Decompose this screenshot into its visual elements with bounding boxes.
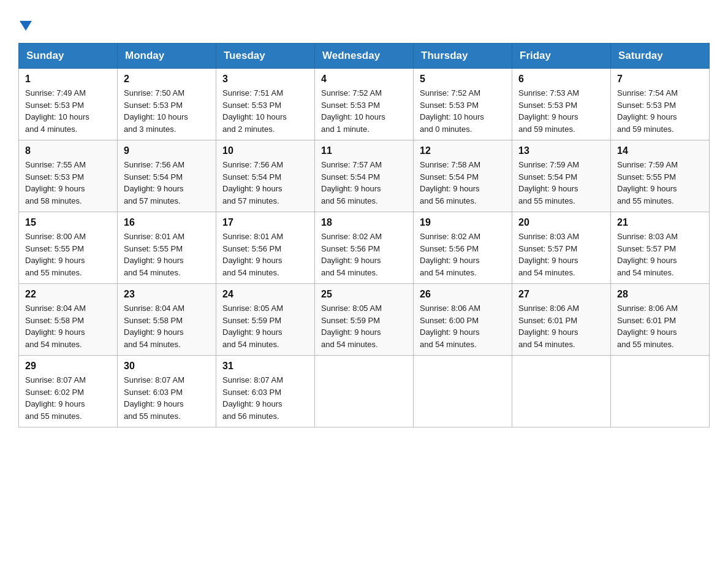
day-number: 22 (25, 289, 111, 300)
calendar-week-row: 22Sunrise: 8:04 AMSunset: 5:58 PMDayligh… (19, 284, 710, 356)
day-number: 5 (420, 74, 506, 85)
day-info: Sunrise: 8:03 AMSunset: 5:57 PMDaylight:… (617, 231, 703, 278)
day-info: Sunrise: 7:52 AMSunset: 5:53 PMDaylight:… (420, 87, 506, 135)
day-number: 24 (222, 289, 308, 300)
day-number: 11 (321, 145, 407, 156)
day-number: 29 (25, 361, 111, 372)
day-number: 7 (617, 74, 703, 85)
day-number: 9 (124, 145, 210, 156)
table-row (512, 356, 611, 427)
table-row (414, 356, 512, 427)
day-number: 31 (222, 361, 308, 372)
day-number: 3 (222, 74, 308, 85)
table-row: 15Sunrise: 8:00 AMSunset: 5:55 PMDayligh… (19, 212, 118, 284)
day-number: 2 (124, 74, 210, 85)
table-row: 4Sunrise: 7:52 AMSunset: 5:53 PMDaylight… (315, 69, 414, 140)
calendar-table: Sunday Monday Tuesday Wednesday Thursday… (18, 43, 710, 427)
calendar-week-row: 1Sunrise: 7:49 AMSunset: 5:53 PMDaylight… (19, 69, 710, 140)
table-row: 23Sunrise: 8:04 AMSunset: 5:58 PMDayligh… (118, 284, 216, 356)
day-number: 1 (25, 74, 111, 85)
table-row: 25Sunrise: 8:05 AMSunset: 5:59 PMDayligh… (315, 284, 414, 356)
day-info: Sunrise: 7:51 AMSunset: 5:53 PMDaylight:… (222, 87, 308, 135)
table-row (315, 356, 414, 427)
day-info: Sunrise: 8:00 AMSunset: 5:55 PMDaylight:… (25, 231, 111, 278)
day-info: Sunrise: 8:04 AMSunset: 5:58 PMDaylight:… (25, 302, 111, 350)
table-row: 12Sunrise: 7:58 AMSunset: 5:54 PMDayligh… (414, 140, 512, 212)
day-number: 17 (222, 217, 308, 228)
table-row: 2Sunrise: 7:50 AMSunset: 5:53 PMDaylight… (118, 69, 216, 140)
page-header (18, 18, 710, 31)
day-info: Sunrise: 8:07 AMSunset: 6:02 PMDaylight:… (25, 374, 111, 422)
day-number: 23 (124, 289, 210, 300)
day-info: Sunrise: 7:56 AMSunset: 5:54 PMDaylight:… (222, 159, 308, 207)
day-number: 30 (124, 361, 210, 372)
day-info: Sunrise: 7:56 AMSunset: 5:54 PMDaylight:… (124, 159, 210, 207)
table-row (611, 356, 710, 427)
day-info: Sunrise: 7:59 AMSunset: 5:55 PMDaylight:… (617, 159, 703, 207)
day-number: 19 (420, 217, 506, 228)
day-info: Sunrise: 8:05 AMSunset: 5:59 PMDaylight:… (222, 302, 308, 350)
day-info: Sunrise: 8:02 AMSunset: 5:56 PMDaylight:… (420, 231, 506, 278)
day-number: 8 (25, 145, 111, 156)
day-info: Sunrise: 8:02 AMSunset: 5:56 PMDaylight:… (321, 231, 407, 278)
table-row: 27Sunrise: 8:06 AMSunset: 6:01 PMDayligh… (512, 284, 611, 356)
day-info: Sunrise: 8:05 AMSunset: 5:59 PMDaylight:… (321, 302, 407, 350)
table-row: 8Sunrise: 7:55 AMSunset: 5:53 PMDaylight… (19, 140, 118, 212)
day-number: 6 (518, 74, 604, 85)
table-row: 5Sunrise: 7:52 AMSunset: 5:53 PMDaylight… (414, 69, 512, 140)
day-info: Sunrise: 8:06 AMSunset: 6:00 PMDaylight:… (420, 302, 506, 350)
logo-arrow-icon (20, 21, 32, 31)
table-row: 24Sunrise: 8:05 AMSunset: 5:59 PMDayligh… (216, 284, 315, 356)
table-row: 29Sunrise: 8:07 AMSunset: 6:02 PMDayligh… (19, 356, 118, 427)
day-number: 16 (124, 217, 210, 228)
calendar-week-row: 15Sunrise: 8:00 AMSunset: 5:55 PMDayligh… (19, 212, 710, 284)
table-row: 26Sunrise: 8:06 AMSunset: 6:00 PMDayligh… (414, 284, 512, 356)
table-row: 20Sunrise: 8:03 AMSunset: 5:57 PMDayligh… (512, 212, 611, 284)
day-number: 25 (321, 289, 407, 300)
calendar-week-row: 29Sunrise: 8:07 AMSunset: 6:02 PMDayligh… (19, 356, 710, 427)
table-row: 21Sunrise: 8:03 AMSunset: 5:57 PMDayligh… (611, 212, 710, 284)
calendar-week-row: 8Sunrise: 7:55 AMSunset: 5:53 PMDaylight… (19, 140, 710, 212)
day-info: Sunrise: 7:54 AMSunset: 5:53 PMDaylight:… (617, 87, 703, 135)
day-number: 10 (222, 145, 308, 156)
table-row: 7Sunrise: 7:54 AMSunset: 5:53 PMDaylight… (611, 69, 710, 140)
day-number: 21 (617, 217, 703, 228)
table-row: 16Sunrise: 8:01 AMSunset: 5:55 PMDayligh… (118, 212, 216, 284)
day-info: Sunrise: 8:07 AMSunset: 6:03 PMDaylight:… (124, 374, 210, 422)
table-row: 11Sunrise: 7:57 AMSunset: 5:54 PMDayligh… (315, 140, 414, 212)
day-info: Sunrise: 8:04 AMSunset: 5:58 PMDaylight:… (124, 302, 210, 350)
day-info: Sunrise: 8:01 AMSunset: 5:55 PMDaylight:… (124, 231, 210, 278)
day-number: 28 (617, 289, 703, 300)
day-number: 13 (518, 145, 604, 156)
day-info: Sunrise: 8:06 AMSunset: 6:01 PMDaylight:… (617, 302, 703, 350)
day-number: 14 (617, 145, 703, 156)
table-row: 6Sunrise: 7:53 AMSunset: 5:53 PMDaylight… (512, 69, 611, 140)
col-friday: Friday (512, 44, 611, 69)
day-info: Sunrise: 7:58 AMSunset: 5:54 PMDaylight:… (420, 159, 506, 207)
calendar-header-row: Sunday Monday Tuesday Wednesday Thursday… (19, 44, 710, 69)
table-row: 17Sunrise: 8:01 AMSunset: 5:56 PMDayligh… (216, 212, 315, 284)
day-number: 26 (420, 289, 506, 300)
col-saturday: Saturday (611, 44, 710, 69)
table-row: 13Sunrise: 7:59 AMSunset: 5:54 PMDayligh… (512, 140, 611, 212)
day-number: 15 (25, 217, 111, 228)
table-row: 14Sunrise: 7:59 AMSunset: 5:55 PMDayligh… (611, 140, 710, 212)
table-row: 22Sunrise: 8:04 AMSunset: 5:58 PMDayligh… (19, 284, 118, 356)
table-row: 9Sunrise: 7:56 AMSunset: 5:54 PMDaylight… (118, 140, 216, 212)
table-row: 18Sunrise: 8:02 AMSunset: 5:56 PMDayligh… (315, 212, 414, 284)
table-row: 3Sunrise: 7:51 AMSunset: 5:53 PMDaylight… (216, 69, 315, 140)
day-number: 4 (321, 74, 407, 85)
day-number: 20 (518, 217, 604, 228)
day-number: 27 (518, 289, 604, 300)
day-info: Sunrise: 7:59 AMSunset: 5:54 PMDaylight:… (518, 159, 604, 207)
col-thursday: Thursday (414, 44, 512, 69)
col-tuesday: Tuesday (216, 44, 315, 69)
table-row: 30Sunrise: 8:07 AMSunset: 6:03 PMDayligh… (118, 356, 216, 427)
table-row: 19Sunrise: 8:02 AMSunset: 5:56 PMDayligh… (414, 212, 512, 284)
day-number: 18 (321, 217, 407, 228)
logo (18, 18, 32, 31)
day-info: Sunrise: 7:50 AMSunset: 5:53 PMDaylight:… (124, 87, 210, 135)
day-info: Sunrise: 8:01 AMSunset: 5:56 PMDaylight:… (222, 231, 308, 278)
table-row: 28Sunrise: 8:06 AMSunset: 6:01 PMDayligh… (611, 284, 710, 356)
day-info: Sunrise: 7:49 AMSunset: 5:53 PMDaylight:… (25, 87, 111, 135)
